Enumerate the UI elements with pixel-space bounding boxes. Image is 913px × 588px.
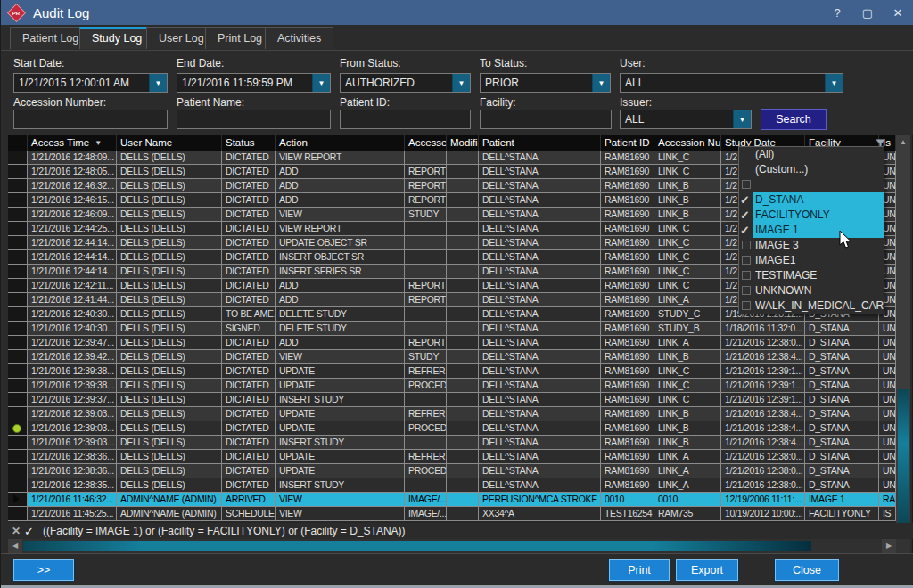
print-button[interactable]: Print	[609, 559, 670, 581]
filter-menu-item--all-[interactable]: (All)	[739, 147, 884, 162]
table-row[interactable]: 1/21/2016 12:39:47...DELLS (DELLS)DICTAT…	[8, 336, 896, 350]
chevron-down-icon[interactable]: ▼	[592, 74, 610, 92]
checkbox-empty-icon[interactable]	[742, 241, 751, 249]
vertical-scroll-thumb[interactable]	[898, 389, 909, 524]
horizontal-scrollbar[interactable]: ◀ ▶	[8, 539, 896, 553]
column-header-patient[interactable]: Patient	[479, 135, 601, 151]
column-header-action[interactable]: Action	[276, 135, 405, 151]
column-header-patient-id[interactable]: Patient ID	[601, 135, 654, 151]
column-header-user-name[interactable]: User Name	[117, 135, 222, 151]
row-selector[interactable]	[8, 165, 28, 179]
filter-menu-item-image1[interactable]: IMAGE1	[739, 253, 884, 268]
table-row[interactable]: 1/21/2016 12:39:03...DELLS (DELLS)DICTAT…	[8, 407, 896, 421]
row-selector[interactable]	[8, 407, 28, 421]
export-button[interactable]: Export	[676, 559, 738, 581]
row-selector[interactable]	[8, 179, 28, 193]
checkbox-empty-icon[interactable]	[742, 256, 751, 265]
start-date-field[interactable]: 1/21/2015 12:00:01 AM ▼	[13, 73, 168, 93]
checkbox-empty-icon[interactable]	[742, 286, 751, 295]
table-row[interactable]: 1/21/2016 12:40:30...DELLS (DELLS)SIGNED…	[8, 322, 896, 336]
table-row[interactable]: 1/21/2016 11:45:25...ADMIN^NAME (ADMIN)S…	[8, 507, 896, 521]
table-row[interactable]: 1/21/2016 12:38:36...DELLS (DELLS)DICTAT…	[8, 450, 896, 464]
row-selector[interactable]	[8, 279, 28, 293]
from-status-select[interactable]: AUTHORIZED ▼	[340, 73, 471, 93]
filter-menu-item--custom-[interactable]: (Custom...)	[739, 162, 884, 177]
row-selector[interactable]	[8, 421, 28, 436]
scroll-up-icon[interactable]: ▲	[896, 135, 910, 150]
row-selector[interactable]	[8, 151, 28, 165]
patient-name-input[interactable]	[177, 110, 331, 129]
close-button[interactable]: Close	[775, 559, 839, 581]
chevron-down-icon[interactable]: ▼	[825, 74, 843, 92]
scroll-left-icon[interactable]: ◀	[8, 539, 22, 553]
close-icon[interactable]: ✕	[891, 6, 905, 20]
table-row[interactable]: 1/21/2016 12:39:03...DELLS (DELLS)DICTAT…	[8, 436, 896, 450]
row-selector[interactable]	[8, 236, 28, 250]
row-selector[interactable]	[8, 293, 28, 307]
help-icon[interactable]: ?	[830, 6, 844, 20]
column-header-status[interactable]: Status	[222, 135, 276, 151]
table-row[interactable]: 1/21/2016 12:39:37...DELLS (DELLS)DICTAT…	[8, 393, 896, 407]
row-selector[interactable]	[8, 493, 28, 507]
tab-activities[interactable]: Activities	[265, 27, 333, 49]
chevron-down-icon[interactable]: ▼	[149, 74, 167, 92]
checkbox-empty-icon[interactable]	[742, 271, 751, 280]
filter-menu-item-d-stana[interactable]: ✓D_STANA	[739, 192, 884, 208]
to-status-select[interactable]: PRIOR ▼	[480, 73, 611, 93]
table-row[interactable]: 1/21/2016 12:38:35...DELLS (DELLS)DICTAT…	[8, 478, 896, 493]
row-selector[interactable]	[8, 250, 28, 265]
user-select[interactable]: ALL ▼	[620, 73, 843, 93]
row-selector[interactable]	[8, 507, 28, 521]
row-selector[interactable]	[8, 350, 28, 364]
checkbox-empty-icon[interactable]	[742, 301, 751, 310]
column-header-rowhdr[interactable]	[8, 135, 28, 151]
vertical-scrollbar[interactable]: ▲ ▼	[896, 135, 910, 539]
filter-menu-item-walk-in-medical-care[interactable]: WALK_IN_MEDICAL_CARE	[739, 298, 884, 314]
horizontal-scroll-thumb[interactable]	[23, 541, 811, 551]
issuer-select[interactable]: ALL ▼	[620, 110, 752, 129]
filter-menu-item-image-1[interactable]: ✓IMAGE 1	[739, 223, 884, 238]
table-row[interactable]: 1/21/2016 11:46:32...ADMIN^NAME (ADMIN)A…	[8, 493, 896, 507]
filter-menu-item-facilityonly[interactable]: ✓FACILITYONLY	[739, 208, 884, 223]
chevron-down-icon[interactable]: ▼	[312, 74, 330, 92]
column-header-accessed[interactable]: Accesse	[405, 135, 447, 151]
apply-filter-icon[interactable]: ✓	[24, 525, 34, 538]
chevron-down-icon[interactable]: ▼	[733, 110, 751, 128]
scroll-right-icon[interactable]: ▶	[882, 539, 896, 553]
table-row[interactable]: 1/21/2016 12:39:42...DELLS (DELLS)DICTAT…	[8, 350, 896, 364]
row-selector[interactable]	[8, 322, 28, 336]
filter-menu-item-testimage[interactable]: TESTIMAGE	[739, 268, 884, 283]
column-header-access-time[interactable]: Access Time▼	[28, 135, 117, 151]
table-row[interactable]: 1/21/2016 12:39:03...DELLS (DELLS)DICTAT…	[8, 421, 896, 436]
row-selector[interactable]	[8, 379, 28, 393]
table-row[interactable]: 1/21/2016 12:39:38...DELLS (DELLS)DICTAT…	[8, 379, 896, 393]
row-selector[interactable]	[8, 208, 28, 222]
row-selector[interactable]	[8, 336, 28, 350]
accession-number-input[interactable]	[13, 110, 168, 129]
filter-menu-item-image-3[interactable]: IMAGE 3	[739, 238, 884, 253]
row-selector[interactable]	[8, 364, 28, 379]
row-selector[interactable]	[8, 478, 28, 493]
row-selector[interactable]	[8, 450, 28, 464]
expand-button[interactable]: >>	[13, 559, 74, 581]
filter-menu-item-unknown[interactable]: UNKNOWN	[739, 283, 884, 298]
row-selector[interactable]	[8, 464, 28, 478]
maximize-icon[interactable]: ▢	[860, 6, 875, 20]
column-header-modified[interactable]: Modifie	[447, 135, 479, 151]
search-button[interactable]: Search	[761, 109, 827, 130]
table-row[interactable]: 1/21/2016 12:39:38...DELLS (DELLS)DICTAT…	[8, 364, 896, 379]
row-selector[interactable]	[8, 193, 28, 208]
patient-id-input[interactable]	[340, 110, 471, 129]
table-row[interactable]: 1/21/2016 12:38:36...DELLS (DELLS)DICTAT…	[8, 464, 896, 478]
tab-study-log[interactable]: Study Log	[79, 27, 154, 49]
row-selector[interactable]	[8, 222, 28, 236]
facility-input[interactable]	[480, 110, 612, 129]
clear-filter-icon[interactable]: ✕	[12, 525, 21, 537]
column-header-accession-nu[interactable]: Accession Nu	[654, 135, 721, 151]
chevron-down-icon[interactable]: ▼	[452, 74, 470, 92]
filter-menu-item-blank[interactable]	[739, 177, 884, 192]
end-date-field[interactable]: 1/21/2016 11:59:59 PM ▼	[177, 73, 331, 93]
checkbox-empty-icon[interactable]	[742, 180, 751, 189]
row-selector[interactable]	[8, 307, 28, 322]
row-selector[interactable]	[8, 393, 28, 407]
